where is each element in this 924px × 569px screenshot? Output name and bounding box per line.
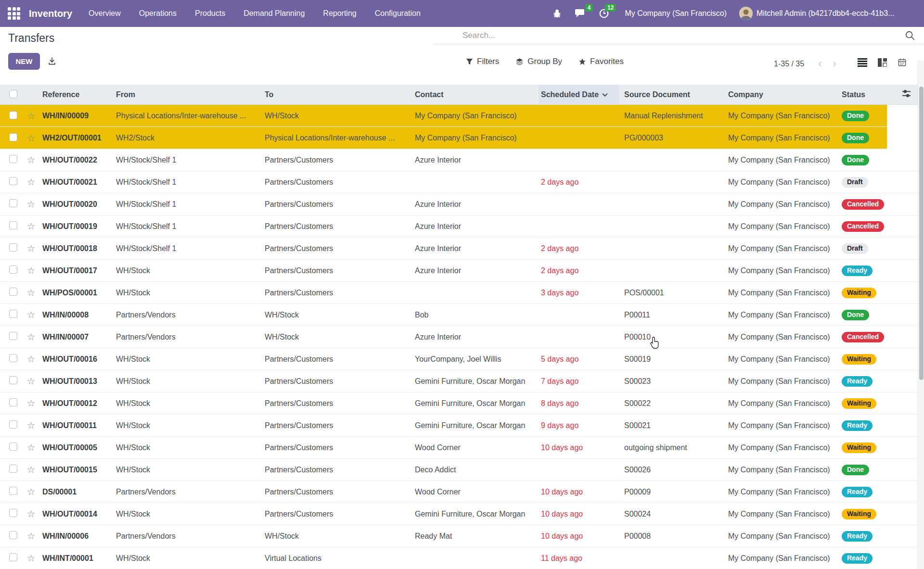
favorite-star-icon[interactable]: ☆ <box>26 265 42 276</box>
table-row[interactable]: ☆WH/IN/00007Partners/VendorsWH/StockAzur… <box>0 326 918 348</box>
table-row[interactable]: ☆WH2/OUT/00001WH2/StockPhysical Location… <box>0 127 918 149</box>
company-switcher[interactable]: My Company (San Francisco) <box>625 9 727 18</box>
table-row[interactable]: ☆WH/OUT/00011WH/StockPartners/CustomersG… <box>0 415 918 437</box>
row-checkbox[interactable] <box>9 354 17 362</box>
favorites-button[interactable]: Favorites <box>578 57 624 66</box>
favorite-star-icon[interactable]: ☆ <box>26 331 42 342</box>
table-row[interactable]: ☆DS/00001Partners/VendorsPartners/Custom… <box>0 481 918 503</box>
row-checkbox[interactable] <box>9 531 17 539</box>
row-checkbox[interactable] <box>9 111 17 119</box>
row-checkbox[interactable] <box>9 398 17 406</box>
row-checkbox[interactable] <box>9 420 17 429</box>
table-row[interactable]: ☆WH/IN/00009Physical Locations/Inter-war… <box>0 105 918 127</box>
table-row[interactable]: ☆WH/IN/00006Partners/VendorsWH/StockRead… <box>0 525 918 547</box>
new-button[interactable]: NEW <box>8 53 40 70</box>
menu-configuration[interactable]: Configuration <box>375 9 421 18</box>
select-all-checkbox[interactable] <box>9 90 17 98</box>
table-row[interactable]: ☆WH/OUT/00014WH/StockPartners/CustomersG… <box>0 503 918 525</box>
table-row[interactable]: ☆WH/IN/00008Partners/VendorsWH/StockBobP… <box>0 304 918 326</box>
table-row[interactable]: ☆WH/OUT/00017WH/StockPartners/CustomersA… <box>0 260 918 282</box>
table-row[interactable]: ☆WH/OUT/00005WH/StockPartners/CustomersW… <box>0 437 918 459</box>
menu-operations[interactable]: Operations <box>139 9 177 18</box>
favorite-star-icon[interactable]: ☆ <box>26 133 42 144</box>
favorite-star-icon[interactable]: ☆ <box>26 420 42 431</box>
calendar-view-button[interactable] <box>898 58 907 69</box>
export-download-icon[interactable] <box>47 56 57 68</box>
row-checkbox[interactable] <box>9 155 17 163</box>
scrollbar-thumb[interactable] <box>919 87 924 380</box>
table-row[interactable]: ☆WH/INT/00001WH/StockVirtual Locations11… <box>0 547 918 569</box>
row-checkbox[interactable] <box>9 288 17 296</box>
table-row[interactable]: ☆WH/OUT/00013WH/StockPartners/CustomersG… <box>0 370 918 392</box>
search-bar[interactable]: Search... <box>433 27 924 44</box>
table-row[interactable]: ☆WH/OUT/00022WH/Stock/Shelf 1Partners/Cu… <box>0 149 918 171</box>
filters-button[interactable]: Filters <box>466 57 499 66</box>
favorite-star-icon[interactable]: ☆ <box>26 221 42 232</box>
favorite-star-icon[interactable]: ☆ <box>26 354 42 365</box>
column-header-to[interactable]: To <box>265 90 415 99</box>
row-checkbox[interactable] <box>9 443 17 451</box>
messages-icon[interactable]: 4 <box>575 8 586 19</box>
row-checkbox[interactable] <box>9 509 17 517</box>
favorite-star-icon[interactable]: ☆ <box>26 287 42 298</box>
row-checkbox[interactable] <box>9 553 17 561</box>
column-header-company[interactable]: Company <box>723 90 836 99</box>
favorite-star-icon[interactable]: ☆ <box>26 309 42 320</box>
user-menu[interactable]: Mitchell Admin (b4217dbb4-eccb-41b3... <box>757 9 924 18</box>
debug-bug-icon[interactable] <box>552 9 562 19</box>
favorite-star-icon[interactable]: ☆ <box>26 531 42 542</box>
favorite-star-icon[interactable]: ☆ <box>26 464 42 475</box>
row-checkbox[interactable] <box>9 177 17 185</box>
favorite-star-icon[interactable]: ☆ <box>26 553 42 564</box>
vertical-scrollbar[interactable] <box>918 60 924 569</box>
row-checkbox[interactable] <box>9 465 17 473</box>
row-checkbox[interactable] <box>9 332 17 340</box>
search-icon[interactable] <box>905 30 915 43</box>
column-header-source-document[interactable]: Source Document <box>619 90 723 99</box>
menu-overview[interactable]: Overview <box>89 9 121 18</box>
activities-clock-icon[interactable]: 12 <box>599 8 609 19</box>
favorite-star-icon[interactable]: ☆ <box>26 442 42 453</box>
table-row[interactable]: ☆WH/OUT/00019WH/Stock/Shelf 1Partners/Cu… <box>0 215 918 238</box>
app-name[interactable]: Inventory <box>29 8 72 19</box>
column-header-from[interactable]: From <box>116 90 265 99</box>
user-avatar[interactable] <box>739 7 753 20</box>
table-row[interactable]: ☆WH/OUT/00018WH/Stock/Shelf 1Partners/Cu… <box>0 238 918 260</box>
favorite-star-icon[interactable]: ☆ <box>26 508 42 519</box>
table-row[interactable]: ☆WH/OUT/00012WH/StockPartners/CustomersG… <box>0 392 918 415</box>
table-row[interactable]: ☆WH/OUT/00016WH/StockPartners/CustomersY… <box>0 348 918 370</box>
favorite-star-icon[interactable]: ☆ <box>26 177 42 188</box>
row-checkbox[interactable] <box>9 199 17 207</box>
list-view-button[interactable] <box>858 58 867 69</box>
favorite-star-icon[interactable]: ☆ <box>26 199 42 210</box>
favorite-star-icon[interactable]: ☆ <box>26 486 42 497</box>
kanban-view-button[interactable] <box>878 58 887 69</box>
favorite-star-icon[interactable]: ☆ <box>26 154 42 165</box>
column-header-contact[interactable]: Contact <box>415 90 539 99</box>
column-header-reference[interactable]: Reference <box>42 90 116 99</box>
row-checkbox[interactable] <box>9 133 17 141</box>
row-checkbox[interactable] <box>9 487 17 495</box>
apps-grid-icon[interactable] <box>8 7 20 20</box>
favorite-star-icon[interactable]: ☆ <box>26 376 42 387</box>
column-header-scheduled-date[interactable]: Scheduled Date <box>539 85 619 105</box>
row-checkbox[interactable] <box>9 221 17 229</box>
table-row[interactable]: ☆WH/OUT/00021WH/Stock/Shelf 1Partners/Cu… <box>0 171 918 193</box>
table-row[interactable]: ☆WH/POS/00001WH/StockPartners/Customers3… <box>0 282 918 304</box>
menu-products[interactable]: Products <box>195 9 225 18</box>
pager-next-icon[interactable]: › <box>833 57 836 70</box>
row-checkbox[interactable] <box>9 310 17 318</box>
pager-previous-icon[interactable]: ‹ <box>818 57 822 70</box>
column-header-status[interactable]: Status <box>836 90 887 99</box>
row-checkbox[interactable] <box>9 266 17 274</box>
row-checkbox[interactable] <box>9 376 17 384</box>
optional-columns-icon[interactable] <box>901 89 911 100</box>
group-by-button[interactable]: Group By <box>515 57 562 66</box>
favorite-star-icon[interactable]: ☆ <box>26 111 42 122</box>
menu-reporting[interactable]: Reporting <box>323 9 356 18</box>
row-checkbox[interactable] <box>9 243 17 252</box>
table-row[interactable]: ☆WH/OUT/00020WH/Stock/Shelf 1Partners/Cu… <box>0 193 918 215</box>
favorite-star-icon[interactable]: ☆ <box>26 243 42 254</box>
menu-demand-planning[interactable]: Demand Planning <box>244 9 305 18</box>
favorite-star-icon[interactable]: ☆ <box>26 398 42 409</box>
